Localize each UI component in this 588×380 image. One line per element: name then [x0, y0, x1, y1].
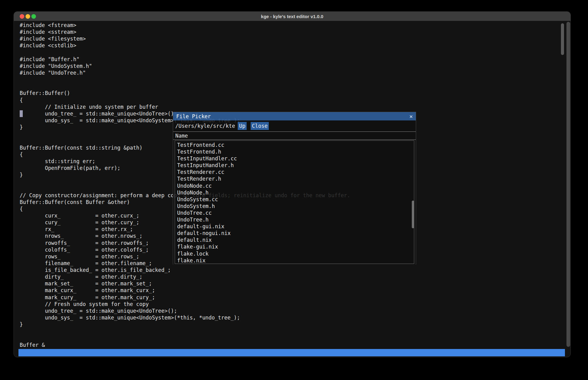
code-line — [20, 335, 350, 341]
status-bar: kge v1.0.0 [1/1] Buffer.cc 486L Open Fil… — [18, 349, 565, 356]
code-line: #include <fstream> — [20, 22, 350, 29]
code-line — [20, 83, 350, 90]
code-line: } — [20, 321, 350, 328]
file-list-item[interactable]: TestInputHandler.cc — [175, 155, 414, 162]
file-list-scrollbar-thumb[interactable] — [412, 201, 414, 228]
code-line: dirty_ = other.dirty_; — [20, 273, 350, 280]
close-window-button[interactable] — [20, 14, 24, 19]
file-list-item[interactable]: flake-gui.nix — [175, 243, 414, 250]
separator — [173, 139, 416, 140]
column-header-row: Name — [173, 132, 416, 139]
code-line: #include "UndoSystem.h" — [20, 63, 350, 69]
code-line — [20, 328, 350, 335]
status-left: kge v1.0.0 [1/1] Buffer.cc 486L — [21, 356, 122, 357]
code-line: #include "Buffer.h" — [20, 56, 350, 63]
file-list-item[interactable]: TestFrontend.h — [175, 148, 414, 155]
traffic-lights — [20, 14, 36, 19]
file-list-item[interactable]: TestRenderer.h — [175, 175, 414, 182]
code-line: // Fresh undo system for the copy — [20, 301, 350, 308]
code-line: #include "UndoTree.h" — [20, 69, 350, 76]
name-column-header: Name — [175, 133, 188, 139]
code-line: mark_set_ = other.mark_set_; — [20, 280, 350, 287]
code-line: mark_curx_ = other.mark_curx_; — [20, 287, 350, 294]
code-line: Buffer::Buffer() — [20, 90, 350, 96]
code-line: #include <sstream> — [20, 29, 350, 35]
file-list-item[interactable]: TestRenderer.cc — [175, 169, 414, 175]
file-list-item[interactable]: UndoTree.cc — [175, 210, 414, 216]
file-picker-titlebar[interactable]: File Picker ✕ — [173, 112, 416, 120]
file-list-item[interactable]: UndoNode.h — [175, 189, 414, 196]
minimize-window-button[interactable] — [26, 14, 30, 19]
editor-window: kge - kyle's text editor v1.0.0 #include… — [14, 11, 571, 357]
code-line: { — [20, 97, 350, 104]
editor-scrollbar-thumb[interactable] — [561, 23, 564, 55]
file-list-item[interactable]: UndoSystem.h — [175, 203, 414, 210]
code-line: #include <cstdlib> — [20, 42, 350, 49]
window-titlebar: kge - kyle's text editor v1.0.0 — [14, 12, 570, 21]
file-list: TestFrontend.ccTestFrontend.hTestInputHa… — [175, 140, 414, 264]
code-line: undo_sys_ = std::make_unique<UndoSystem>… — [20, 314, 350, 321]
file-picker-body: /Users/kyle/src/kte Up Close Name TestFr… — [173, 120, 416, 265]
zoom-window-button[interactable] — [31, 14, 36, 19]
file-list-item[interactable]: UndoNode.cc — [175, 182, 414, 189]
code-line — [20, 49, 350, 56]
file-list-item[interactable]: default.nix — [175, 237, 414, 243]
code-line: mark_cury_ = other.mark_cury_; — [20, 294, 350, 301]
file-list-item[interactable]: UndoTree.h — [175, 216, 414, 223]
file-picker-title: File Picker — [176, 113, 211, 119]
code-line: undo_tree_ = std::make_unique<UndoTree>(… — [20, 308, 350, 314]
current-path: /Users/kyle/src/kte — [175, 123, 235, 129]
file-list-item[interactable]: flake.lock — [175, 250, 414, 257]
code-line: Buffer & — [20, 342, 350, 348]
code-line: is_file_backed_ = other.is_file_backed_; — [20, 267, 350, 273]
file-list-item[interactable]: UndoSystem.cc — [175, 196, 414, 203]
file-picker-dialog: File Picker ✕ /Users/kyle/src/kte Up Clo… — [173, 112, 416, 264]
file-list-item[interactable]: default-gui.nix — [175, 223, 414, 230]
window-right-scroll-track[interactable] — [566, 22, 570, 347]
code-line — [20, 76, 350, 83]
code-line: #include <filesystem> — [20, 35, 350, 42]
screen: kge - kyle's text editor v1.0.0 #include… — [0, 0, 588, 380]
path-row: /Users/kyle/src/kte Up Close — [173, 120, 416, 131]
file-list-item[interactable]: default-nogui.nix — [175, 230, 414, 237]
window-title: kge - kyle's text editor v1.0.0 — [14, 14, 570, 19]
file-list-item[interactable]: TestFrontend.cc — [175, 142, 414, 148]
dialog-close-icon[interactable]: ✕ — [409, 112, 413, 120]
file-list-items: TestFrontend.ccTestFrontend.hTestInputHa… — [175, 142, 414, 264]
file-list-item[interactable]: flake.nix — [175, 257, 414, 264]
up-button[interactable]: Up — [238, 122, 246, 130]
file-list-item[interactable]: TestInputHandler.h — [175, 162, 414, 169]
close-button[interactable]: Close — [251, 122, 269, 130]
code-line: // Initialize undo system per buffer — [20, 104, 350, 110]
text-cursor — [20, 110, 23, 117]
